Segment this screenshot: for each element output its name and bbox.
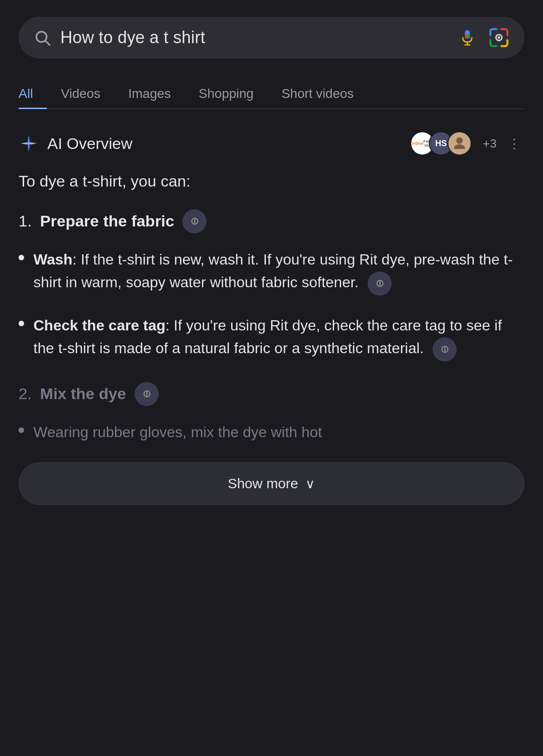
search-bar[interactable]: How to dye a t shirt (19, 17, 524, 58)
bullet-item-wash: Wash: If the t-shirt is new, wash it. If… (19, 248, 524, 296)
lens-icon[interactable] (488, 27, 510, 48)
step-1-title: Prepare the fabric (40, 212, 174, 230)
bullet-text-wash: Wash: If the t-shirt is new, wash it. If… (33, 248, 524, 296)
tab-videos[interactable]: Videos (47, 79, 114, 109)
ai-overview-header: AI Overview Online FabricStore HS (19, 131, 524, 155)
step-1-link-badge[interactable]: ⊘ (182, 209, 207, 233)
tab-shopping[interactable]: Shopping (185, 79, 267, 109)
show-more-button[interactable]: Show more ∨ (19, 462, 524, 505)
svg-rect-4 (465, 34, 467, 39)
bullet-text-care-tag: Check the care tag: If you're using Rit … (33, 314, 524, 362)
ai-overview-right: Online FabricStore HS +3 (410, 131, 524, 155)
care-tag-link-badge[interactable]: ⊘ (433, 337, 457, 362)
link-icon-wash: ⊘ (371, 275, 388, 292)
step-2-number: 2. (19, 385, 32, 403)
step-1-bullets: Wash: If the t-shirt is new, wash it. If… (19, 248, 524, 362)
svg-line-1 (45, 41, 50, 45)
sparkle-icon (19, 133, 39, 154)
tab-short-videos[interactable]: Short videos (267, 79, 368, 109)
tab-all[interactable]: All (19, 79, 47, 109)
step-2-heading: 2. Mix the dye ⊘ (19, 382, 524, 406)
avatar-3[interactable] (447, 131, 472, 155)
ai-overview-title: AI Overview (47, 135, 132, 153)
search-actions (458, 27, 510, 48)
svg-rect-5 (467, 34, 470, 39)
link-icon-care: ⊘ (436, 341, 453, 358)
three-dots-icon: ⋮ (508, 136, 521, 151)
chevron-down-icon: ∨ (305, 476, 315, 491)
bullet-dot-3 (19, 427, 24, 433)
search-icon (33, 29, 51, 46)
svg-point-11 (27, 142, 30, 145)
ai-overview-card: AI Overview Online FabricStore HS (19, 131, 524, 505)
ai-overview-title-group: AI Overview (19, 133, 132, 154)
link-icon-2: ⊘ (139, 387, 154, 401)
bullet-dot (19, 255, 24, 260)
step-2-title: Mix the dye (40, 385, 126, 403)
svg-point-12 (456, 137, 463, 144)
tab-images[interactable]: Images (114, 79, 185, 109)
link-icon-1: ⊘ (187, 214, 202, 228)
source-avatars: Online FabricStore HS (410, 131, 472, 155)
step-1-heading: 1. Prepare the fabric ⊘ (19, 209, 524, 233)
step-2-bullet: Wearing rubber gloves, mix the dye with … (19, 421, 524, 444)
nav-tabs: All Videos Images Shopping Short videos (19, 79, 524, 109)
svg-rect-3 (465, 30, 470, 34)
step-2-hint: Wearing rubber gloves, mix the dye with … (19, 421, 524, 444)
more-options-button[interactable]: ⋮ (504, 133, 524, 154)
bullet-item-care-tag: Check the care tag: If you're using Rit … (19, 314, 524, 362)
mic-icon[interactable] (458, 28, 477, 47)
intro-text: To dye a t-shirt, you can: (19, 170, 524, 193)
step-1-number: 1. (19, 212, 32, 230)
wash-link-badge[interactable]: ⊘ (368, 271, 392, 296)
bullet-dot-2 (19, 321, 24, 326)
show-more-label: Show more (228, 476, 298, 491)
step-2-link-badge[interactable]: ⊘ (135, 382, 159, 406)
step-2-hint-text: Wearing rubber gloves, mix the dye with … (33, 421, 524, 444)
search-query: How to dye a t shirt (60, 28, 448, 47)
plus-count: +3 (483, 136, 497, 151)
svg-point-10 (498, 36, 500, 39)
